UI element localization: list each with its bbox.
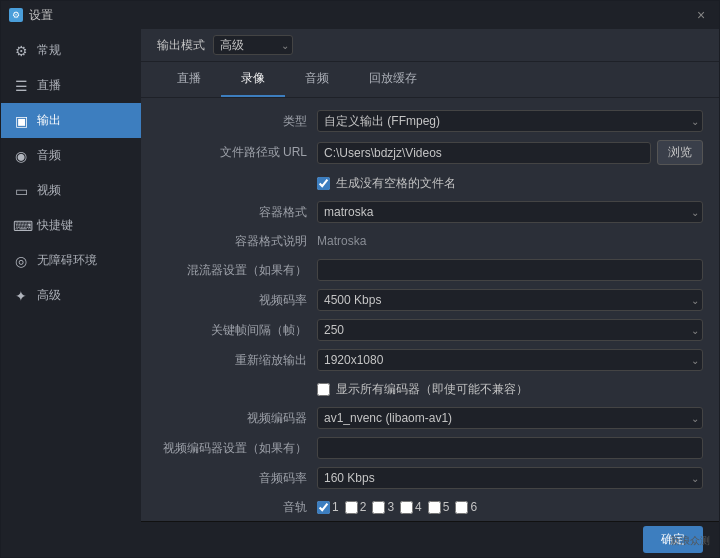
rescale-output-select[interactable]: 1920x1080 — [317, 349, 703, 371]
sidebar-item-stream[interactable]: ☰ 直播 — [1, 68, 141, 103]
sidebar-item-accessibility[interactable]: ◎ 无障碍环境 — [1, 243, 141, 278]
keyframe-interval-row: 关键帧间隔（帧） 250 — [141, 315, 719, 345]
track-3-label: 3 — [387, 500, 394, 514]
container-format-desc-row: 容器格式说明 Matroska — [141, 227, 719, 255]
auto-filename-control: 生成没有空格的文件名 — [317, 175, 703, 192]
audio-icon: ◉ — [13, 148, 29, 164]
advanced-icon: ✦ — [13, 288, 29, 304]
video-encoder-settings-input[interactable] — [317, 437, 703, 459]
show-all-encoders-row: 显示所有编码器（即使可能不兼容） — [141, 375, 719, 403]
track-1: 1 — [317, 500, 339, 514]
video-bitrate-label: 视频码率 — [157, 292, 317, 309]
show-all-encoders-checkbox[interactable] — [317, 383, 330, 396]
browse-button[interactable]: 浏览 — [657, 140, 703, 165]
stream-icon: ☰ — [13, 78, 29, 94]
video-encoder-settings-control — [317, 437, 703, 459]
right-panel: 输出模式 高级 简单 直播 录像 音频 — [141, 29, 719, 557]
track-4-label: 4 — [415, 500, 422, 514]
sidebar-item-general[interactable]: ⚙ 常规 — [1, 33, 141, 68]
hotkeys-icon: ⌨ — [13, 218, 29, 234]
rescale-output-row: 重新缩放输出 1920x1080 — [141, 345, 719, 375]
titlebar-left: ⚙ 设置 — [9, 7, 53, 24]
container-format-desc-label: 容器格式说明 — [157, 233, 317, 250]
track-2-label: 2 — [360, 500, 367, 514]
file-path-label: 文件路径或 URL — [157, 144, 317, 161]
app-icon: ⚙ — [9, 8, 23, 22]
video-encoder-settings-row: 视频编码器设置（如果有） — [141, 433, 719, 463]
tab-audio[interactable]: 音频 — [285, 62, 349, 97]
sidebar-item-label: 音频 — [37, 147, 61, 164]
output-mode-select[interactable]: 高级 简单 — [213, 35, 293, 55]
audio-bitrate-select[interactable]: 160 Kbps — [317, 467, 703, 489]
keyframe-interval-label: 关键帧间隔（帧） — [157, 322, 317, 339]
audio-bitrate-row: 音频码率 160 Kbps — [141, 463, 719, 493]
type-select-wrapper: 自定义输出 (FFmpeg) — [317, 110, 703, 132]
sidebar-item-output[interactable]: ▣ 输出 — [1, 103, 141, 138]
type-select[interactable]: 自定义输出 (FFmpeg) — [317, 110, 703, 132]
video-bitrate-select-wrapper: 4500 Kbps — [317, 289, 703, 311]
audio-tracks-label: 音轨 — [157, 499, 317, 516]
track-6-checkbox[interactable] — [455, 501, 468, 514]
close-button[interactable]: × — [697, 8, 711, 22]
sidebar-item-advanced[interactable]: ✦ 高级 — [1, 278, 141, 313]
gear-icon: ⚙ — [13, 43, 29, 59]
track-2: 2 — [345, 500, 367, 514]
titlebar-title: 设置 — [29, 7, 53, 24]
video-encoder-label: 视频编码器 — [157, 410, 317, 427]
sidebar-item-label: 无障碍环境 — [37, 252, 97, 269]
auto-filename-label: 生成没有空格的文件名 — [336, 175, 456, 192]
mux-settings-label: 混流器设置（如果有） — [157, 262, 317, 279]
mux-settings-row: 混流器设置（如果有） — [141, 255, 719, 285]
output-mode-select-wrapper: 高级 简单 — [213, 35, 293, 55]
track-2-checkbox[interactable] — [345, 501, 358, 514]
confirm-button[interactable]: 确定 — [643, 526, 703, 553]
video-encoder-select[interactable]: av1_nvenc (libaom-av1) — [317, 407, 703, 429]
show-all-encoders-control: 显示所有编码器（即使可能不兼容） — [317, 381, 703, 398]
container-format-select[interactable]: matroska — [317, 201, 703, 223]
accessibility-icon: ◎ — [13, 253, 29, 269]
keyframe-interval-select-wrapper: 250 — [317, 319, 703, 341]
type-row: 类型 自定义输出 (FFmpeg) — [141, 106, 719, 136]
auto-filename-checkbox[interactable] — [317, 177, 330, 190]
track-5: 5 — [428, 500, 450, 514]
sidebar-item-video[interactable]: ▭ 视频 — [1, 173, 141, 208]
file-path-input[interactable] — [317, 142, 651, 164]
video-encoder-settings-label: 视频编码器设置（如果有） — [157, 440, 317, 457]
file-path-row: 文件路径或 URL 浏览 — [141, 136, 719, 169]
rescale-output-label: 重新缩放输出 — [157, 352, 317, 369]
tab-replay[interactable]: 回放缓存 — [349, 62, 437, 97]
track-4: 4 — [400, 500, 422, 514]
audio-bitrate-label: 音频码率 — [157, 470, 317, 487]
track-1-label: 1 — [332, 500, 339, 514]
sidebar-item-label: 直播 — [37, 77, 61, 94]
type-label: 类型 — [157, 113, 317, 130]
track-4-checkbox[interactable] — [400, 501, 413, 514]
sidebar-item-audio[interactable]: ◉ 音频 — [1, 138, 141, 173]
output-mode-label: 输出模式 — [157, 37, 205, 54]
track-6-label: 6 — [470, 500, 477, 514]
track-5-checkbox[interactable] — [428, 501, 441, 514]
bottom-bar: 确定 — [141, 521, 719, 557]
file-path-controls: 浏览 — [317, 140, 703, 165]
track-5-label: 5 — [443, 500, 450, 514]
sidebar-item-hotkeys[interactable]: ⌨ 快捷键 — [1, 208, 141, 243]
track-3-checkbox[interactable] — [372, 501, 385, 514]
tab-recording[interactable]: 录像 — [221, 62, 285, 97]
settings-window: ⚙ 设置 × ⚙ 常规 ☰ 直播 ▣ 输出 ◉ 音频 ▭ — [0, 0, 720, 558]
show-all-encoders-label: 显示所有编码器（即使可能不兼容） — [336, 381, 528, 398]
sidebar-item-label: 视频 — [37, 182, 61, 199]
sidebar-item-label: 快捷键 — [37, 217, 73, 234]
keyframe-interval-select[interactable]: 250 — [317, 319, 703, 341]
container-format-select-wrapper: matroska — [317, 201, 703, 223]
audio-tracks-control: 1 2 3 4 — [317, 500, 703, 514]
tab-stream[interactable]: 直播 — [157, 62, 221, 97]
output-icon: ▣ — [13, 113, 29, 129]
track-3: 3 — [372, 500, 394, 514]
track-6: 6 — [455, 500, 477, 514]
track-1-checkbox[interactable] — [317, 501, 330, 514]
video-bitrate-select[interactable]: 4500 Kbps — [317, 289, 703, 311]
video-encoder-select-wrapper: av1_nvenc (libaom-av1) — [317, 407, 703, 429]
mux-settings-input[interactable] — [317, 259, 703, 281]
audio-tracks-row: 音轨 1 2 3 — [141, 493, 719, 521]
auto-filename-row: 生成没有空格的文件名 — [141, 169, 719, 197]
